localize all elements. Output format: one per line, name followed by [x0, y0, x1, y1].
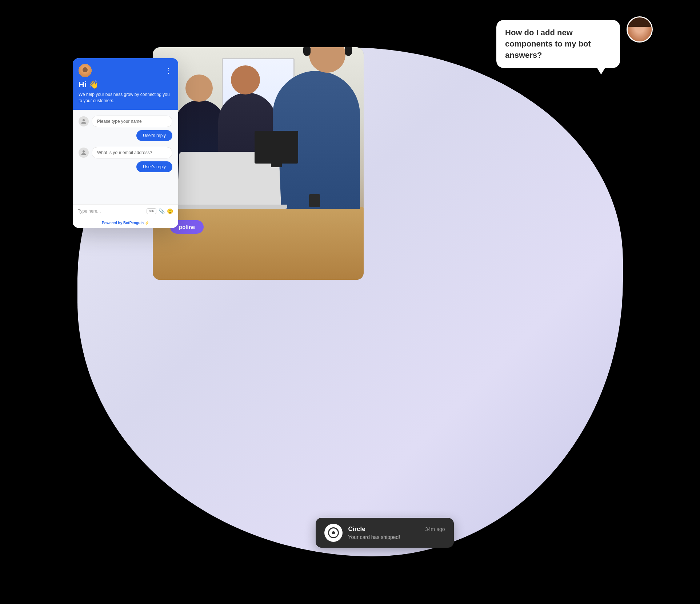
bolt-icon: ⚡ [145, 221, 149, 225]
person-icon-1 [81, 118, 87, 124]
emoji-icon[interactable]: 🙂 [167, 208, 173, 214]
office-photo [153, 47, 364, 280]
notification-card: Circle 34m ago Your card has shipped! [316, 518, 454, 548]
chat-message-row-2: What is your email address? [79, 147, 172, 158]
attachment-icon[interactable]: 📎 [159, 208, 165, 214]
notification-title-row: Circle 34m ago [348, 526, 445, 533]
users-reply-button-2[interactable]: User's reply [136, 161, 172, 172]
notification-icon [324, 524, 343, 542]
person-icon-2 [81, 150, 87, 156]
chat-bot-avatar [79, 64, 92, 77]
notification-title: Circle [348, 526, 365, 533]
scene: How do I add new components to my bot an… [0, 0, 700, 604]
chat-header: ⋮ Hi 👋 We help your business grow by con… [73, 58, 178, 110]
chat-body: Please type your name User's reply What … [73, 110, 178, 204]
chat-message-row-1: Please type your name [79, 116, 172, 127]
users-reply-button-1[interactable]: User's reply [136, 130, 172, 141]
speech-bubble-text: How do I add new components to my bot an… [505, 27, 611, 61]
chat-footer-icons: GIF 📎 🙂 [147, 208, 173, 214]
notification-content: Circle 34m ago Your card has shipped! [348, 526, 445, 540]
notification-icon-inner [328, 527, 339, 538]
speech-bubble: How do I add new components to my bot an… [496, 20, 620, 68]
reply-btn-row-2: User's reply [79, 161, 172, 172]
chat-avatar-image [79, 64, 92, 77]
chat-subtitle: We help your business grow by connecting… [79, 92, 172, 104]
user-icon-2 [79, 148, 89, 158]
notification-time: 34m ago [425, 526, 445, 532]
user-avatar [627, 16, 653, 43]
powered-by-text: Powered by [102, 221, 123, 225]
notification-subtitle: Your card has shipped! [348, 534, 445, 540]
brand-name: BotPenguin [123, 221, 144, 225]
user-avatar-image [628, 17, 652, 41]
name-input[interactable]: Please type your name [92, 116, 172, 127]
reply-btn-row-1: User's reply [79, 130, 172, 141]
user-icon-1 [79, 116, 89, 126]
email-input[interactable]: What is your email address? [92, 147, 172, 158]
chat-greeting: Hi 👋 [79, 80, 172, 89]
chat-widget: ⋮ Hi 👋 We help your business grow by con… [73, 58, 178, 228]
chat-header-top: ⋮ [79, 64, 172, 77]
chat-menu-icon[interactable]: ⋮ [165, 66, 172, 75]
chat-type-input[interactable]: Type here... [78, 209, 144, 214]
gif-button[interactable]: GIF [147, 208, 156, 214]
chat-footer: Type here... GIF 📎 🙂 [73, 204, 178, 218]
notification-icon-dot [332, 531, 335, 534]
chat-powered-by: Powered by BotPenguin ⚡ [73, 218, 178, 228]
